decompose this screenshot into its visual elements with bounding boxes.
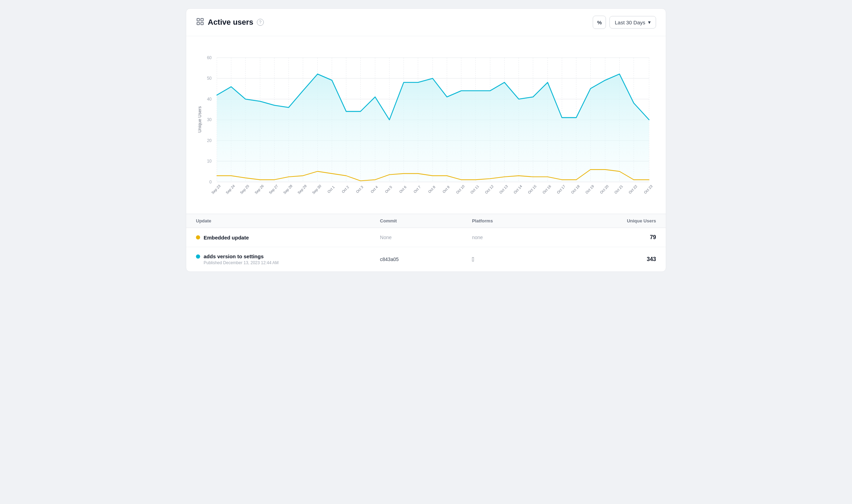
update-name-row-1: Embedded update (196, 235, 380, 241)
svg-text:30: 30 (207, 117, 212, 122)
svg-text:Oct 14: Oct 14 (513, 184, 523, 195)
svg-text:Oct 5: Oct 5 (384, 185, 393, 194)
header-commit: Commit (380, 218, 472, 223)
svg-text:Oct 12: Oct 12 (484, 184, 495, 195)
svg-text:Oct 20: Oct 20 (599, 184, 609, 195)
date-range-label: Last 30 Days (615, 19, 645, 25)
svg-text:Oct 23: Oct 23 (643, 184, 653, 195)
svg-text:Sep 28: Sep 28 (283, 184, 293, 195)
table-row: Embedded update None none 79 (186, 228, 666, 247)
svg-text:Sep 29: Sep 29 (297, 184, 307, 195)
header-platforms: Platforms (472, 218, 564, 223)
svg-text:Oct 16: Oct 16 (542, 184, 552, 195)
svg-text:Sep 23: Sep 23 (211, 184, 221, 195)
svg-text:60: 60 (207, 55, 212, 60)
svg-rect-2 (197, 22, 199, 25)
commit-cell-1: None (380, 235, 472, 240)
users-icon (196, 17, 204, 27)
svg-text:Sep 25: Sep 25 (239, 184, 250, 195)
platform-none-1: none (472, 235, 483, 240)
svg-rect-3 (201, 22, 203, 25)
svg-text:Oct 6: Oct 6 (399, 185, 407, 194)
table-row: adds version to settings Published Decem… (186, 247, 666, 271)
svg-text:50: 50 (207, 76, 212, 81)
svg-text:Oct 19: Oct 19 (585, 184, 595, 195)
svg-text:Sep 30: Sep 30 (311, 184, 322, 195)
svg-text:Oct 2: Oct 2 (341, 185, 350, 194)
svg-rect-0 (197, 18, 199, 21)
svg-text:0: 0 (209, 180, 212, 184)
card-header: Active users ? % Last 30 Days ▾ (186, 9, 666, 36)
blue-area (217, 74, 649, 182)
date-range-dropdown[interactable]: Last 30 Days ▾ (609, 16, 656, 29)
update-name-2: adds version to settings (204, 253, 264, 259)
svg-text:Sep 26: Sep 26 (254, 184, 265, 195)
header-update: Update (196, 218, 380, 223)
table-header: Update Commit Platforms Unique Users (186, 214, 666, 228)
update-cell-1: Embedded update (196, 235, 380, 241)
header-right: % Last 30 Days ▾ (593, 16, 656, 29)
update-dot-2 (196, 254, 200, 259)
svg-text:40: 40 (207, 97, 212, 102)
svg-text:Oct 4: Oct 4 (370, 185, 379, 194)
svg-text:Oct 3: Oct 3 (355, 185, 364, 194)
svg-text:Oct 8: Oct 8 (427, 185, 436, 194)
platforms-cell-2:  (472, 256, 564, 263)
commit-cell-2: c843a05 (380, 257, 472, 262)
header-left: Active users ? (196, 17, 264, 27)
update-cell-2: adds version to settings Published Decem… (196, 253, 380, 265)
percent-button[interactable]: % (593, 16, 606, 29)
svg-text:20: 20 (207, 138, 212, 143)
svg-text:Oct 18: Oct 18 (570, 184, 581, 195)
active-users-card: Active users ? % Last 30 Days ▾ (186, 8, 666, 272)
unique-users-1: 79 (564, 234, 656, 241)
svg-text:Oct 1: Oct 1 (327, 185, 336, 194)
header-unique-users: Unique Users (564, 218, 656, 223)
chevron-down-icon: ▾ (648, 19, 651, 25)
chart-area: 60 50 40 30 20 10 0 Unique Users (186, 36, 666, 214)
chart-svg: 60 50 40 30 20 10 0 Unique Users (196, 43, 656, 210)
svg-text:Oct 11: Oct 11 (470, 184, 480, 195)
svg-text:Sep 24: Sep 24 (225, 184, 236, 195)
svg-text:Oct 15: Oct 15 (527, 184, 537, 195)
svg-text:Unique Users: Unique Users (197, 106, 202, 133)
svg-text:Oct 7: Oct 7 (413, 185, 421, 194)
update-name-row-2: adds version to settings (196, 253, 380, 259)
svg-text:Oct 22: Oct 22 (628, 184, 638, 195)
table-section: Update Commit Platforms Unique Users Emb… (186, 214, 666, 271)
platforms-cell-1: none (472, 235, 564, 240)
chart-container: 60 50 40 30 20 10 0 Unique Users (196, 43, 656, 210)
svg-text:Oct 10: Oct 10 (455, 184, 465, 195)
page-title: Active users (208, 18, 253, 27)
update-name-1: Embedded update (204, 235, 249, 241)
svg-text:Oct 21: Oct 21 (614, 184, 624, 195)
svg-text:Oct 9: Oct 9 (442, 185, 450, 194)
svg-rect-1 (201, 18, 203, 21)
update-published-2: Published December 13, 2023 12:44 AM (196, 260, 380, 265)
svg-text:Oct 17: Oct 17 (556, 184, 566, 195)
svg-text:10: 10 (207, 159, 212, 164)
svg-text:Sep 27: Sep 27 (268, 184, 279, 195)
apple-icon:  (472, 256, 474, 263)
help-icon[interactable]: ? (257, 19, 264, 26)
update-dot-1 (196, 235, 200, 239)
svg-text:Oct 13: Oct 13 (499, 184, 509, 195)
unique-users-2: 343 (564, 256, 656, 262)
